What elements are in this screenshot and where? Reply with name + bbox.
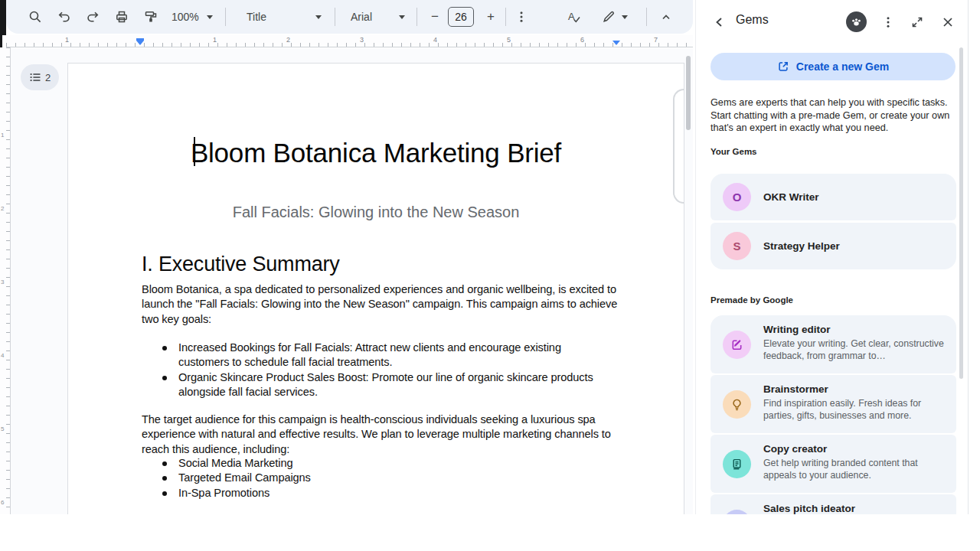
ruler-number: 6 [1,499,4,506]
gem-name: Copy creator [763,443,827,455]
ruler-number: 3 [1,279,4,285]
zoom-dropdown-arrow[interactable] [207,15,213,19]
font-select[interactable]: Arial [351,0,372,34]
doc-paragraph[interactable]: The target audience for this campaign is… [142,412,626,457]
undo-button[interactable] [55,8,74,26]
pen-dropdown-arrow[interactable] [622,15,628,19]
font-dropdown-arrow[interactable] [399,15,405,19]
font-value: Arial [351,11,372,23]
tab-count: 2 [45,72,51,83]
gem-avatar: S [723,232,751,260]
search-button[interactable] [26,8,44,26]
pen-tool-button[interactable] [599,8,618,26]
ruler-number: 1 [213,36,217,44]
zoom-value: 100% [172,11,199,23]
document-scrollbar[interactable] [686,56,691,130]
gem-name: Brainstormer [763,383,828,395]
document-page[interactable]: Bloom Botanica Marketing Brief Fall Faci… [67,63,684,514]
ruler-number: 7 [654,36,658,44]
more-options-button[interactable] [512,8,531,26]
gem-avatar [723,331,751,359]
undo-icon [57,10,71,24]
paw-avatar[interactable] [846,11,867,32]
decrease-font-size-button[interactable]: − [426,8,444,26]
ruler-number: 6 [580,36,584,44]
google-docs-window: 100% Title Arial − 26 + A 1 1 2 [0,0,980,551]
redo-button[interactable] [83,8,102,26]
back-chevron-icon [713,15,727,29]
gem-initial: O [733,191,742,204]
ruler-ticks [6,43,693,47]
paint-format-button[interactable] [142,8,160,26]
zoom-select[interactable]: 100% [172,0,199,34]
bullet-item[interactable]: Organic Skincare Product Sales Boost: Pr… [142,370,601,400]
create-new-gem-button[interactable]: Create a new Gem [710,53,956,80]
ruler-number: 5 [507,36,511,44]
spellcheck-button[interactable]: A [564,8,583,26]
ruler-number: 2 [286,36,290,44]
gem-name: Sales pitch ideator [763,503,855,514]
document-icon [730,458,743,471]
gem-card-sales-pitch-ideator[interactable]: Sales pitch ideator [710,494,956,514]
vertical-ruler[interactable]: 1 2 3 4 5 6 [0,47,11,514]
gem-avatar: O [723,183,751,211]
increase-font-size-button[interactable]: + [482,8,500,26]
toolbar-divider [335,8,335,26]
style-dropdown-arrow[interactable] [315,15,322,19]
paint-format-icon [144,10,158,24]
gem-card-strategy-helper[interactable]: S Strategy Helper [710,223,956,269]
pen-icon [602,10,616,24]
panel-title: Gems [736,13,769,27]
gem-description: Get help writing branded content that ap… [763,457,949,481]
plus-glyph: + [487,9,495,24]
your-gems-label: Your Gems [710,147,757,156]
close-icon [941,15,955,29]
gem-card-brainstormer[interactable]: Brainstormer Find inspiration easily. Fr… [710,375,956,433]
ruler-number: 2 [1,205,4,212]
spellcheck-icon: A [567,10,581,24]
doc-paragraph[interactable]: Bloom Botanica, a spa dedicated to perso… [142,282,626,327]
gem-name: Writing editor [763,324,831,335]
collapse-toolbar-button[interactable] [657,8,675,26]
bullet-item[interactable]: Targeted Email Campaigns [142,471,601,485]
right-indent-marker[interactable] [612,41,620,45]
bullet-item[interactable]: Social Media Marketing [142,456,601,471]
left-indent-marker[interactable] [136,38,144,45]
toolbar-divider [225,8,226,26]
gem-card-writing-editor[interactable]: Writing editor Elevate your writing. Get… [710,315,956,373]
ruler-number: 5 [1,425,4,432]
doc-title[interactable]: Bloom Botanica Marketing Brief [68,138,684,168]
font-size-value: 26 [455,11,467,23]
close-panel-button[interactable] [939,14,956,31]
print-button[interactable] [113,8,131,26]
gem-avatar [723,510,751,514]
kebab-menu-icon [881,15,895,29]
toolbar-divider [646,8,647,26]
font-size-input[interactable]: 26 [448,7,474,27]
horizontal-ruler[interactable]: 1 1 2 3 4 5 6 7 [6,35,693,47]
gem-avatar [723,450,751,478]
panel-menu-button[interactable] [880,14,897,31]
ruler-number: 4 [1,352,4,359]
gem-description: Find inspiration easily. Fresh ideas for… [763,397,949,422]
create-new-gem-label: Create a new Gem [796,60,889,73]
bullet-item[interactable]: Increased Bookings for Fall Facials: Att… [142,341,601,370]
paragraph-style-select[interactable]: Title [247,0,266,34]
doc-section-heading[interactable]: I. Executive Summary [142,253,340,276]
panel-scrollbar[interactable] [959,47,963,379]
document-tabs-button[interactable]: 2 [21,64,59,90]
page-edge-artifact [673,89,684,204]
redo-icon [86,10,100,24]
doc-subtitle[interactable]: Fall Facials: Glowing into the New Seaso… [68,204,684,221]
search-icon [28,10,42,24]
gem-card-okr-writer[interactable]: O OKR Writer [710,174,956,220]
back-button[interactable] [711,14,728,31]
expand-panel-button[interactable] [909,14,926,31]
docs-toolbar: 100% Title Arial − 26 + A [6,0,693,34]
gem-card-copy-creator[interactable]: Copy creator Get help writing branded co… [710,435,956,493]
more-options-icon [514,10,528,24]
bullet-item[interactable]: In-Spa Promotions [142,486,601,500]
open-in-new-icon [777,60,789,73]
gem-name: Strategy Helper [763,240,840,252]
premade-by-google-label: Premade by Google [710,295,793,305]
